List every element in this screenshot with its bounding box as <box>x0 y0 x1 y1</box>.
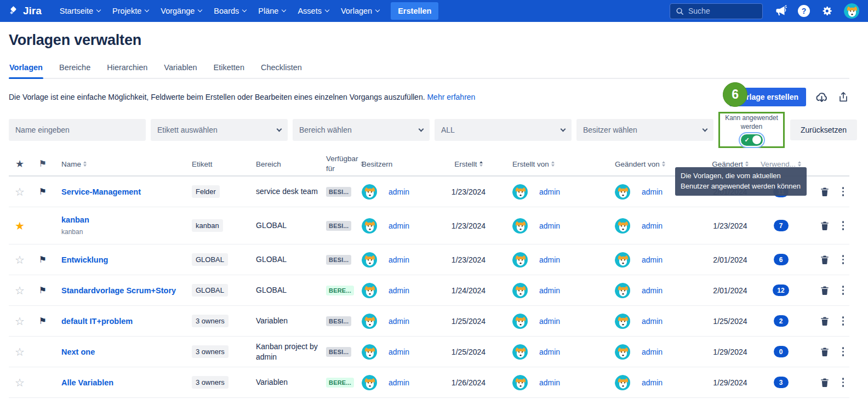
user-link[interactable]: admin <box>539 378 560 387</box>
nav-item-boards[interactable]: Boards <box>208 2 252 20</box>
kebab-menu-button[interactable] <box>840 377 847 388</box>
flag-header-icon[interactable]: ⚑ <box>39 160 47 168</box>
favorite-star-icon[interactable]: ☆ <box>15 377 25 388</box>
header-erstellt[interactable]: Erstellt <box>441 160 496 168</box>
template-name-link[interactable]: Alle Variablen <box>61 378 113 387</box>
user-link[interactable]: admin <box>389 378 409 387</box>
user-link[interactable]: admin <box>642 221 663 230</box>
delete-button[interactable] <box>819 346 830 357</box>
user-avatar <box>512 314 528 329</box>
megaphone-icon[interactable] <box>774 4 787 18</box>
usage-count-badge[interactable]: 7 <box>774 220 789 231</box>
jira-mark-icon <box>8 5 19 17</box>
user-link[interactable]: admin <box>389 317 409 326</box>
kebab-menu-button[interactable] <box>840 284 847 296</box>
template-name-link[interactable]: Standardvorlage Scrum+Story <box>61 286 176 295</box>
user-link[interactable]: admin <box>642 286 663 295</box>
kebab-menu-button[interactable] <box>840 220 847 231</box>
template-name-link[interactable]: kanban <box>61 215 89 224</box>
etikett-filter-select[interactable]: Etikett auswählen <box>151 119 288 141</box>
delete-button[interactable] <box>819 285 830 296</box>
nav-item-plaene[interactable]: Pläne <box>252 2 292 20</box>
user-avatar[interactable] <box>844 3 859 19</box>
nav-item-assets[interactable]: Assets <box>292 2 335 20</box>
besitzer-filter-select[interactable]: Besitzer wählen <box>576 119 713 141</box>
nav-item-startseite[interactable]: Startseite <box>54 2 106 20</box>
tab-bereiche[interactable]: Bereiche <box>59 63 91 78</box>
settings-gear-icon[interactable] <box>821 5 833 17</box>
help-icon[interactable]: ? <box>798 5 810 17</box>
template-name-link[interactable]: default IT+problem <box>61 317 133 326</box>
kebab-menu-button[interactable] <box>840 346 847 357</box>
flag-icon[interactable]: ⚑ <box>39 187 47 196</box>
user-link[interactable]: admin <box>539 221 560 230</box>
name-filter-field[interactable] <box>15 126 139 134</box>
usage-count-badge[interactable]: 0 <box>774 346 789 357</box>
export-share-button[interactable] <box>837 91 849 103</box>
delete-button[interactable] <box>819 220 830 231</box>
kebab-menu-button[interactable] <box>840 315 847 327</box>
user-link[interactable]: admin <box>642 317 663 326</box>
kebab-menu-button[interactable] <box>840 254 847 265</box>
nav-item-vorgaenge[interactable]: Vorgänge <box>155 2 208 20</box>
user-link[interactable]: admin <box>389 221 409 230</box>
favorite-star-icon[interactable]: ☆ <box>15 285 25 296</box>
usage-count-badge[interactable]: 6 <box>774 254 789 265</box>
search-input[interactable] <box>688 7 757 15</box>
import-cloud-download-button[interactable] <box>815 90 829 104</box>
brand-label: Jira <box>23 5 42 17</box>
user-link[interactable]: admin <box>539 348 560 356</box>
user-link[interactable]: admin <box>389 348 409 356</box>
template-name-link[interactable]: Entwicklung <box>61 255 108 264</box>
favorite-star-icon[interactable]: ☆ <box>15 254 25 265</box>
learn-more-link[interactable]: Mehr erfahren <box>427 93 475 101</box>
create-button[interactable]: Erstellen <box>391 2 438 20</box>
can-apply-toggle[interactable]: ✓ <box>741 134 763 146</box>
header-verfuegbar-fuer[interactable]: Verfügbar für <box>326 154 362 173</box>
favorite-header-icon[interactable]: ★ <box>15 159 24 169</box>
template-name-link[interactable]: Service-Management <box>61 187 141 196</box>
user-link[interactable]: admin <box>642 187 663 196</box>
flag-icon[interactable]: ⚑ <box>39 317 47 326</box>
favorite-star-icon[interactable]: ☆ <box>15 316 25 327</box>
favorite-star-icon[interactable]: ★ <box>15 220 25 231</box>
status-filter-select[interactable]: ALL <box>435 119 572 141</box>
flag-icon[interactable]: ⚑ <box>39 286 47 295</box>
nav-item-vorlagen[interactable]: Vorlagen <box>335 2 385 20</box>
delete-button[interactable] <box>819 316 830 327</box>
user-link[interactable]: admin <box>539 255 560 264</box>
nav-item-projekte[interactable]: Projekte <box>106 2 155 20</box>
template-name-link[interactable]: Next one <box>61 348 95 356</box>
usage-count-badge[interactable]: 12 <box>773 284 789 296</box>
delete-button[interactable] <box>819 186 830 197</box>
user-link[interactable]: admin <box>642 378 663 387</box>
user-link[interactable]: admin <box>539 317 560 326</box>
user-link[interactable]: admin <box>389 187 409 196</box>
kebab-menu-button[interactable] <box>840 186 847 197</box>
usage-count-badge[interactable]: 2 <box>774 315 789 327</box>
tab-checklisten[interactable]: Checklisten <box>260 63 302 78</box>
user-link[interactable]: admin <box>389 255 409 264</box>
tab-hierarchien[interactable]: Hierarchien <box>106 63 148 78</box>
user-link[interactable]: admin <box>539 187 560 196</box>
favorite-star-icon[interactable]: ☆ <box>15 186 25 197</box>
header-erstellt-von[interactable]: Erstellt von <box>496 160 597 168</box>
user-link[interactable]: admin <box>642 255 663 264</box>
header-name[interactable]: Name <box>55 160 192 168</box>
delete-button[interactable] <box>819 377 830 388</box>
bereich-filter-select[interactable]: Bereich wählen <box>293 119 430 141</box>
tab-variablen[interactable]: Variablen <box>163 63 197 78</box>
reset-button[interactable]: Zurücksetzen <box>790 120 857 140</box>
user-link[interactable]: admin <box>389 286 409 295</box>
search-box[interactable] <box>670 3 763 19</box>
name-filter-input[interactable] <box>9 119 146 141</box>
flag-icon[interactable]: ⚑ <box>39 255 47 264</box>
user-link[interactable]: admin <box>539 286 560 295</box>
delete-button[interactable] <box>819 254 830 265</box>
jira-logo[interactable]: Jira <box>8 5 42 17</box>
favorite-star-icon[interactable]: ☆ <box>15 346 25 357</box>
tab-etiketten[interactable]: Etiketten <box>213 63 245 78</box>
tab-vorlagen[interactable]: Vorlagen <box>9 63 43 78</box>
usage-count-badge[interactable]: 3 <box>774 377 789 388</box>
user-link[interactable]: admin <box>642 348 663 356</box>
